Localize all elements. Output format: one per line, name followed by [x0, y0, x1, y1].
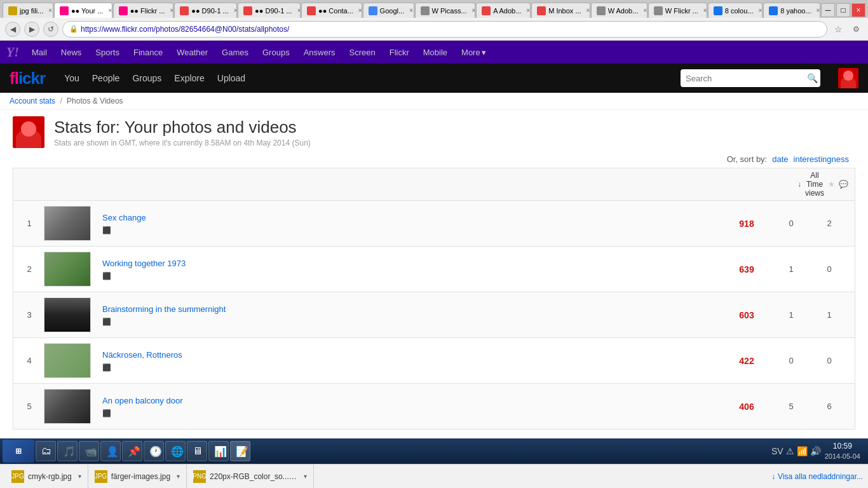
- row-title-2[interactable]: Working together 1973: [102, 259, 715, 268]
- yahoo-nav-games[interactable]: Games: [215, 45, 255, 60]
- taskbar-btn-4[interactable]: 👤: [100, 441, 121, 442]
- maximize-btn[interactable]: □: [836, 3, 850, 17]
- flickr-nav-explore[interactable]: Explore: [174, 71, 204, 86]
- tab-close[interactable]: ×: [409, 7, 413, 14]
- tab-label: ●● Your ...: [71, 7, 104, 15]
- tray-clock[interactable]: 10:59 2014-05-04: [825, 442, 860, 442]
- taskbar-btn-8[interactable]: 🖥: [187, 441, 207, 442]
- tab-10[interactable]: M Inbox ... ×: [531, 3, 590, 18]
- taskbar-btn-3[interactable]: 📹: [79, 441, 99, 442]
- yahoo-nav-weather[interactable]: Weather: [170, 45, 214, 60]
- flickr-nav-you[interactable]: You: [64, 71, 79, 86]
- tab-9[interactable]: A Adob... ×: [476, 3, 531, 18]
- row-favorites-2: 1: [772, 264, 810, 274]
- yahoo-nav-news[interactable]: News: [55, 45, 88, 60]
- breadcrumb-account-stats[interactable]: Account stats: [10, 97, 55, 105]
- yahoo-nav-sports[interactable]: Sports: [89, 45, 126, 60]
- tab-6[interactable]: ●● Conta... ×: [301, 3, 362, 18]
- minimize-btn[interactable]: ─: [821, 3, 835, 17]
- address-bar-url: https://www.flickr.com/photos/82654664@N…: [81, 25, 820, 34]
- flickr-nav-groups[interactable]: Groups: [132, 71, 161, 86]
- row-comments-4: 0: [810, 356, 848, 365]
- yahoo-nav-mobile[interactable]: Mobile: [417, 45, 454, 60]
- row-type-icon-1: ⬛: [102, 226, 111, 234]
- forward-button[interactable]: ▶: [24, 22, 39, 37]
- tab-8[interactable]: W Picass... ×: [415, 3, 476, 18]
- tab-close[interactable]: ×: [472, 7, 476, 14]
- yahoo-nav-answers[interactable]: Answers: [297, 45, 342, 60]
- tab-5[interactable]: ●● D90-1 ... ×: [238, 3, 301, 18]
- taskbar-btn-9[interactable]: 📊: [208, 441, 229, 442]
- taskbar-btn-5[interactable]: 📌: [122, 441, 142, 442]
- tab-close[interactable]: ×: [48, 7, 52, 14]
- address-bar[interactable]: 🔒 https://www.flickr.com/photos/82654664…: [62, 21, 827, 37]
- row-rank-4: 4: [20, 356, 39, 365]
- taskbar-btn-6[interactable]: 🕐: [144, 441, 164, 442]
- flickr-search-button[interactable]: 🔍: [807, 73, 818, 83]
- tab-close[interactable]: ×: [234, 7, 237, 14]
- row-title-1[interactable]: Sex change: [102, 213, 715, 222]
- tab-12[interactable]: W Flickr ... ×: [648, 3, 707, 18]
- tab-close[interactable]: ×: [297, 7, 301, 14]
- tab-close[interactable]: ×: [758, 7, 762, 14]
- sort-by-date[interactable]: date: [772, 154, 788, 164]
- close-btn[interactable]: ×: [851, 3, 865, 17]
- tab-14[interactable]: 8 yahoo... ×: [763, 3, 820, 18]
- photo-row-5: 5 An open balcony door ⬛ 406 5 6: [13, 383, 855, 430]
- row-title-5[interactable]: An open balcony door: [102, 396, 715, 405]
- breadcrumb: Account stats / Photos & Videos: [0, 93, 868, 110]
- tab-3[interactable]: ●● Flickr ... ×: [113, 3, 174, 18]
- start-button[interactable]: ⊞: [3, 440, 34, 442]
- row-thumb-4: [39, 343, 96, 378]
- yahoo-nav-more[interactable]: More ▾: [455, 45, 492, 60]
- tab-7[interactable]: Googl... ×: [363, 3, 414, 18]
- row-views-4: 422: [721, 356, 772, 366]
- browser-toolbar: ◀ ▶ ↺ 🔒 https://www.flickr.com/photos/82…: [0, 18, 868, 41]
- yahoo-nav-mail[interactable]: Mail: [25, 45, 53, 60]
- reload-button[interactable]: ↺: [43, 22, 58, 37]
- breadcrumb-photos-videos: Photos & Videos: [67, 97, 123, 105]
- tab-2[interactable]: ●● Your ... ×: [54, 3, 112, 18]
- tab-close[interactable]: ×: [703, 7, 707, 14]
- yahoo-nav-groups[interactable]: Groups: [256, 45, 296, 60]
- taskbar-btn-10[interactable]: 📝: [230, 441, 250, 442]
- taskbar-btn-7[interactable]: 🌐: [165, 441, 186, 442]
- col-views-header[interactable]: ↓ All Time views ★ 💬: [797, 171, 848, 198]
- tab-label: 8 colou...: [725, 7, 754, 15]
- tab-close[interactable]: ×: [643, 7, 647, 14]
- taskbar-btn-1[interactable]: 🗂: [36, 441, 56, 442]
- tab-close[interactable]: ×: [526, 7, 530, 14]
- yahoo-nav-flickr[interactable]: Flickr: [383, 45, 416, 60]
- wrench-icon[interactable]: ⚙: [849, 22, 863, 36]
- flickr-nav-upload[interactable]: Upload: [217, 71, 245, 86]
- comment-header-icon: 💬: [839, 180, 848, 189]
- tab-13[interactable]: 8 colou... ×: [708, 3, 763, 18]
- yahoo-nav-finance[interactable]: Finance: [127, 45, 169, 60]
- tab-close[interactable]: ×: [108, 7, 112, 14]
- tab-favicon: [769, 6, 778, 15]
- tab-1[interactable]: jpg fili... ×: [3, 3, 53, 18]
- bookmark-icon[interactable]: ☆: [831, 22, 845, 36]
- tab-close[interactable]: ×: [358, 7, 362, 14]
- row-title-4[interactable]: Näckrosen, Rottneros: [102, 350, 715, 360]
- tab-close[interactable]: ×: [587, 7, 590, 14]
- flickr-nav-people[interactable]: People: [92, 71, 120, 86]
- taskbar-btn-2[interactable]: 🎵: [57, 441, 78, 442]
- user-avatar[interactable]: [838, 68, 858, 88]
- clock-time: 10:59: [825, 442, 860, 442]
- browser-frame: jpg fili... × ●● Your ... × ●● Flickr ..…: [0, 0, 868, 442]
- back-button[interactable]: ◀: [5, 22, 20, 37]
- tab-11[interactable]: W Adob... ×: [591, 3, 648, 18]
- sort-by-interestingness[interactable]: interestingness: [794, 154, 849, 164]
- yahoo-nav-screen[interactable]: Screen: [343, 45, 382, 60]
- tab-label: ●● D90-1 ...: [191, 7, 229, 15]
- row-comments-5: 6: [810, 402, 848, 411]
- tab-close[interactable]: ×: [817, 7, 820, 14]
- flickr-search-input[interactable]: [681, 69, 820, 87]
- tab-4[interactable]: ●● D90-1 ... ×: [174, 3, 237, 18]
- row-rank-3: 3: [20, 310, 39, 320]
- row-info-3: Brainstorming in the summernight ⬛: [96, 304, 721, 326]
- row-title-3[interactable]: Brainstorming in the summernight: [102, 304, 715, 314]
- tab-label: ●● Flickr ...: [130, 7, 165, 15]
- tab-close[interactable]: ×: [170, 7, 174, 14]
